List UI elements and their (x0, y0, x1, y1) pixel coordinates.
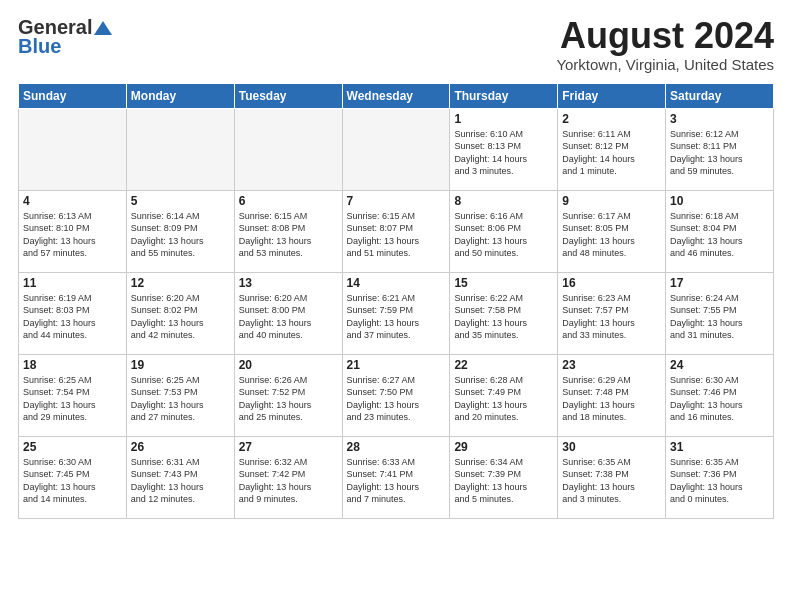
week-row-2: 11Sunrise: 6:19 AMSunset: 8:03 PMDayligh… (19, 272, 774, 354)
day-number: 9 (562, 194, 661, 208)
day-info: Sunrise: 6:29 AMSunset: 7:48 PMDaylight:… (562, 374, 661, 424)
day-info: Sunrise: 6:19 AMSunset: 8:03 PMDaylight:… (23, 292, 122, 342)
header-thursday: Thursday (450, 83, 558, 108)
day-info: Sunrise: 6:12 AMSunset: 8:11 PMDaylight:… (670, 128, 769, 178)
day-info: Sunrise: 6:17 AMSunset: 8:05 PMDaylight:… (562, 210, 661, 260)
day-number: 20 (239, 358, 338, 372)
day-cell (234, 108, 342, 190)
month-title: August 2024 (556, 16, 774, 56)
day-info: Sunrise: 6:32 AMSunset: 7:42 PMDaylight:… (239, 456, 338, 506)
day-cell: 28Sunrise: 6:33 AMSunset: 7:41 PMDayligh… (342, 436, 450, 518)
day-cell: 20Sunrise: 6:26 AMSunset: 7:52 PMDayligh… (234, 354, 342, 436)
day-number: 17 (670, 276, 769, 290)
day-info: Sunrise: 6:35 AMSunset: 7:38 PMDaylight:… (562, 456, 661, 506)
day-info: Sunrise: 6:20 AMSunset: 8:02 PMDaylight:… (131, 292, 230, 342)
day-number: 28 (347, 440, 446, 454)
header-saturday: Saturday (666, 83, 774, 108)
day-cell: 24Sunrise: 6:30 AMSunset: 7:46 PMDayligh… (666, 354, 774, 436)
logo-icon (94, 21, 112, 35)
day-cell: 31Sunrise: 6:35 AMSunset: 7:36 PMDayligh… (666, 436, 774, 518)
day-number: 31 (670, 440, 769, 454)
day-cell: 8Sunrise: 6:16 AMSunset: 8:06 PMDaylight… (450, 190, 558, 272)
day-cell: 26Sunrise: 6:31 AMSunset: 7:43 PMDayligh… (126, 436, 234, 518)
week-row-3: 18Sunrise: 6:25 AMSunset: 7:54 PMDayligh… (19, 354, 774, 436)
day-info: Sunrise: 6:22 AMSunset: 7:58 PMDaylight:… (454, 292, 553, 342)
day-number: 16 (562, 276, 661, 290)
day-number: 15 (454, 276, 553, 290)
day-number: 8 (454, 194, 553, 208)
day-info: Sunrise: 6:13 AMSunset: 8:10 PMDaylight:… (23, 210, 122, 260)
header-sunday: Sunday (19, 83, 127, 108)
week-row-1: 4Sunrise: 6:13 AMSunset: 8:10 PMDaylight… (19, 190, 774, 272)
day-number: 11 (23, 276, 122, 290)
day-cell: 12Sunrise: 6:20 AMSunset: 8:02 PMDayligh… (126, 272, 234, 354)
day-number: 26 (131, 440, 230, 454)
day-number: 30 (562, 440, 661, 454)
day-info: Sunrise: 6:25 AMSunset: 7:53 PMDaylight:… (131, 374, 230, 424)
day-number: 1 (454, 112, 553, 126)
day-info: Sunrise: 6:23 AMSunset: 7:57 PMDaylight:… (562, 292, 661, 342)
day-number: 19 (131, 358, 230, 372)
day-cell: 5Sunrise: 6:14 AMSunset: 8:09 PMDaylight… (126, 190, 234, 272)
day-number: 3 (670, 112, 769, 126)
day-number: 25 (23, 440, 122, 454)
header-monday: Monday (126, 83, 234, 108)
day-number: 10 (670, 194, 769, 208)
day-cell: 11Sunrise: 6:19 AMSunset: 8:03 PMDayligh… (19, 272, 127, 354)
day-cell: 16Sunrise: 6:23 AMSunset: 7:57 PMDayligh… (558, 272, 666, 354)
day-number: 27 (239, 440, 338, 454)
header-tuesday: Tuesday (234, 83, 342, 108)
calendar: Sunday Monday Tuesday Wednesday Thursday… (18, 83, 774, 519)
header: General Blue August 2024 Yorktown, Virgi… (18, 16, 774, 73)
day-number: 6 (239, 194, 338, 208)
day-info: Sunrise: 6:15 AMSunset: 8:08 PMDaylight:… (239, 210, 338, 260)
day-info: Sunrise: 6:16 AMSunset: 8:06 PMDaylight:… (454, 210, 553, 260)
day-cell: 7Sunrise: 6:15 AMSunset: 8:07 PMDaylight… (342, 190, 450, 272)
day-cell (342, 108, 450, 190)
day-cell: 19Sunrise: 6:25 AMSunset: 7:53 PMDayligh… (126, 354, 234, 436)
day-cell: 18Sunrise: 6:25 AMSunset: 7:54 PMDayligh… (19, 354, 127, 436)
day-cell: 2Sunrise: 6:11 AMSunset: 8:12 PMDaylight… (558, 108, 666, 190)
day-number: 13 (239, 276, 338, 290)
day-info: Sunrise: 6:28 AMSunset: 7:49 PMDaylight:… (454, 374, 553, 424)
day-info: Sunrise: 6:31 AMSunset: 7:43 PMDaylight:… (131, 456, 230, 506)
day-info: Sunrise: 6:30 AMSunset: 7:45 PMDaylight:… (23, 456, 122, 506)
day-info: Sunrise: 6:34 AMSunset: 7:39 PMDaylight:… (454, 456, 553, 506)
day-info: Sunrise: 6:27 AMSunset: 7:50 PMDaylight:… (347, 374, 446, 424)
day-cell: 4Sunrise: 6:13 AMSunset: 8:10 PMDaylight… (19, 190, 127, 272)
week-row-4: 25Sunrise: 6:30 AMSunset: 7:45 PMDayligh… (19, 436, 774, 518)
day-info: Sunrise: 6:11 AMSunset: 8:12 PMDaylight:… (562, 128, 661, 178)
day-cell: 1Sunrise: 6:10 AMSunset: 8:13 PMDaylight… (450, 108, 558, 190)
day-info: Sunrise: 6:14 AMSunset: 8:09 PMDaylight:… (131, 210, 230, 260)
day-number: 22 (454, 358, 553, 372)
title-area: August 2024 Yorktown, Virginia, United S… (556, 16, 774, 73)
day-number: 21 (347, 358, 446, 372)
day-cell: 13Sunrise: 6:20 AMSunset: 8:00 PMDayligh… (234, 272, 342, 354)
day-cell: 21Sunrise: 6:27 AMSunset: 7:50 PMDayligh… (342, 354, 450, 436)
day-cell (19, 108, 127, 190)
day-cell: 15Sunrise: 6:22 AMSunset: 7:58 PMDayligh… (450, 272, 558, 354)
day-info: Sunrise: 6:21 AMSunset: 7:59 PMDaylight:… (347, 292, 446, 342)
day-cell: 22Sunrise: 6:28 AMSunset: 7:49 PMDayligh… (450, 354, 558, 436)
day-info: Sunrise: 6:10 AMSunset: 8:13 PMDaylight:… (454, 128, 553, 178)
day-cell: 10Sunrise: 6:18 AMSunset: 8:04 PMDayligh… (666, 190, 774, 272)
day-cell: 3Sunrise: 6:12 AMSunset: 8:11 PMDaylight… (666, 108, 774, 190)
header-friday: Friday (558, 83, 666, 108)
day-number: 4 (23, 194, 122, 208)
page: General Blue August 2024 Yorktown, Virgi… (0, 0, 792, 612)
week-row-0: 1Sunrise: 6:10 AMSunset: 8:13 PMDaylight… (19, 108, 774, 190)
day-info: Sunrise: 6:20 AMSunset: 8:00 PMDaylight:… (239, 292, 338, 342)
svg-marker-0 (94, 21, 112, 35)
location: Yorktown, Virginia, United States (556, 56, 774, 73)
day-info: Sunrise: 6:18 AMSunset: 8:04 PMDaylight:… (670, 210, 769, 260)
day-info: Sunrise: 6:15 AMSunset: 8:07 PMDaylight:… (347, 210, 446, 260)
day-info: Sunrise: 6:33 AMSunset: 7:41 PMDaylight:… (347, 456, 446, 506)
day-info: Sunrise: 6:35 AMSunset: 7:36 PMDaylight:… (670, 456, 769, 506)
day-cell: 29Sunrise: 6:34 AMSunset: 7:39 PMDayligh… (450, 436, 558, 518)
day-cell: 6Sunrise: 6:15 AMSunset: 8:08 PMDaylight… (234, 190, 342, 272)
day-cell: 25Sunrise: 6:30 AMSunset: 7:45 PMDayligh… (19, 436, 127, 518)
day-cell (126, 108, 234, 190)
day-number: 18 (23, 358, 122, 372)
day-number: 5 (131, 194, 230, 208)
calendar-body: 1Sunrise: 6:10 AMSunset: 8:13 PMDaylight… (19, 108, 774, 518)
